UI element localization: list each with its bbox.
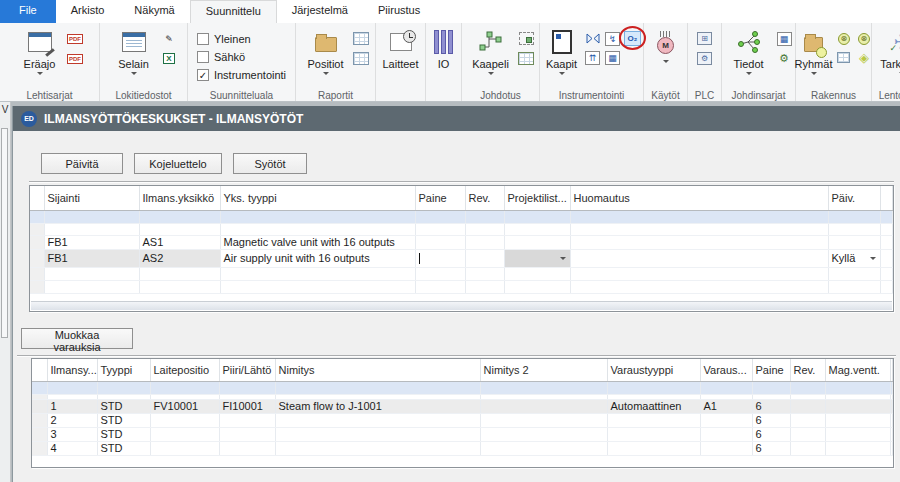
- col-piiri-lahto[interactable]: Piiri/Lähtö: [219, 359, 275, 381]
- cell-projektilist-dropdown[interactable]: [504, 249, 570, 267]
- tab-jarjestelma[interactable]: Järjestelmä: [277, 0, 363, 23]
- tab-arkisto[interactable]: Arkisto: [56, 0, 120, 23]
- cable-mat-button[interactable]: [518, 51, 535, 66]
- checkbox-yleinen[interactable]: Yleinen: [197, 31, 286, 48]
- arrows-up-button[interactable]: ⇈: [584, 50, 601, 65]
- pdf-settings-button[interactable]: PDF: [67, 51, 84, 66]
- col-yks-tyyppi[interactable]: Yks. tyyppi: [220, 186, 415, 210]
- lightning-doc-button[interactable]: ↯: [604, 31, 621, 46]
- tab-file[interactable]: File: [0, 0, 56, 23]
- cell-yksikko[interactable]: AS2: [139, 249, 220, 267]
- col-varaustyyppi[interactable]: Varaustyyppi: [607, 359, 700, 381]
- group-label-johdinsarjat: Johdinsarjat: [722, 90, 795, 101]
- kojeluettelo-button[interactable]: Kojeluettelo: [134, 153, 222, 174]
- circle-x-button[interactable]: ⊗: [855, 31, 872, 46]
- col-projektilist[interactable]: Projektilist...: [504, 186, 570, 210]
- col-rev[interactable]: Rev.: [465, 186, 504, 210]
- plc-gear-icon: ⚙: [697, 52, 712, 65]
- col-ilmans-yksikko[interactable]: Ilmans.yksikkö: [139, 186, 220, 210]
- table-row[interactable]: 2 STD 6: [32, 413, 893, 427]
- col-paine[interactable]: Paine: [415, 186, 465, 210]
- cell-yksikko[interactable]: AS1: [139, 235, 220, 249]
- grid-cell-button[interactable]: [835, 50, 852, 65]
- units-grid[interactable]: Sijainti Ilmans.yksikkö Yks. tyyppi Pain…: [30, 186, 893, 294]
- paivita-button[interactable]: Päivitä: [41, 153, 123, 174]
- kaapit-button[interactable]: Kaapit: [542, 26, 581, 88]
- horizontal-scrollbar[interactable]: [31, 301, 892, 310]
- checkbox-sahko[interactable]: Sähkö: [197, 49, 286, 66]
- pdf-report-button[interactable]: PDF: [67, 31, 84, 46]
- io-button[interactable]: IO: [429, 26, 459, 88]
- plc-config-button[interactable]: ⚙: [696, 51, 713, 66]
- harness-picture-button[interactable]: ▦: [776, 31, 793, 46]
- col-mag-ventt[interactable]: Mag.ventt.: [825, 359, 890, 381]
- picture-doc-button[interactable]: ▦: [604, 50, 621, 65]
- browser-log-icon: [122, 32, 146, 52]
- valve-button[interactable]: [584, 31, 601, 46]
- col-paiv[interactable]: Päiv.: [828, 186, 880, 210]
- col-paine[interactable]: Paine: [752, 359, 790, 381]
- col-nimitys2[interactable]: Nimitys 2: [480, 359, 607, 381]
- tab-piirustus[interactable]: Piirustus: [363, 0, 435, 23]
- gear-green-icon: ⚙: [779, 52, 789, 65]
- tab-nakyma[interactable]: Näkymä: [119, 0, 189, 23]
- cell-paine-editor[interactable]: [415, 249, 465, 267]
- table-row[interactable]: 3 STD 6: [32, 427, 893, 441]
- table-row-current[interactable]: 1 STD FV10001 FI10001 Steam flow to J-10…: [32, 399, 893, 413]
- plc-io-button[interactable]: ⊞: [696, 31, 713, 46]
- diamond-button[interactable]: ◈: [855, 50, 872, 65]
- ribbon: Eräajo PDF PDF Lehtisarjat Selain ✎ X Lo…: [0, 23, 900, 102]
- col-nimitys[interactable]: Nimitys: [275, 359, 480, 381]
- cell-tyyppi-editor[interactable]: Air supply unit with 16 outputs: [220, 249, 415, 267]
- cable-select-button[interactable]: [518, 31, 535, 46]
- add-x-button[interactable]: ⊗: [835, 31, 852, 46]
- col-sijainti[interactable]: Sijainti: [44, 186, 139, 210]
- ryhmat-button[interactable]: Ryhmät: [795, 26, 833, 88]
- cell-huomautus-editor[interactable]: [570, 249, 828, 267]
- tiedot-button[interactable]: Tiedot: [725, 26, 773, 88]
- harness-settings-button[interactable]: ⚙: [776, 51, 793, 66]
- checkbox-instrumentointi[interactable]: ✓ Instrumentointi: [197, 67, 286, 84]
- kaapeli-button[interactable]: Kaapeli: [467, 26, 515, 88]
- tarkistus-button[interactable]: ✈ Tarkistus: [874, 26, 900, 88]
- cell-sijainti[interactable]: FB1: [44, 235, 139, 249]
- excel-icon: X: [163, 53, 174, 65]
- muokkaa-varauksia-button[interactable]: Muokkaa varauksia: [21, 328, 133, 349]
- tab-suunnittelu[interactable]: Suunnittelu: [190, 0, 277, 23]
- collapsed-panel-strip[interactable]: V: [0, 102, 11, 482]
- col-ilmansy[interactable]: Ilmansy...: [47, 359, 97, 381]
- filter-row[interactable]: [32, 381, 893, 394]
- laitteet-button[interactable]: Laitteet: [378, 26, 423, 88]
- empty-row[interactable]: [30, 267, 893, 280]
- kaytot-button[interactable]: M: [648, 26, 684, 88]
- window-title-bar[interactable]: ED ILMANSYÖTTÖKESKUKSET - ILMANSYÖTÖT: [13, 106, 900, 131]
- ribbon-group-io: IO: [426, 23, 462, 101]
- table-settings-button[interactable]: [353, 51, 370, 66]
- col-laitepositio[interactable]: Laitepositio: [150, 359, 219, 381]
- export-excel-button[interactable]: X: [161, 51, 178, 66]
- cell-sijainti[interactable]: FB1: [44, 249, 139, 267]
- table-row-selected[interactable]: FB1 AS2 Air supply unit with 16 outputs …: [30, 249, 893, 267]
- selain-button[interactable]: Selain: [110, 26, 158, 88]
- cell-paiv-dropdown[interactable]: Kyllä: [828, 249, 880, 267]
- air-supply-o2-button[interactable]: O₂: [624, 31, 641, 46]
- col-huomautus[interactable]: Huomautus: [570, 186, 828, 210]
- col-rev[interactable]: Rev.: [790, 359, 825, 381]
- eraajo-button[interactable]: Eräajo: [16, 26, 64, 88]
- ribbon-group-rakennus: Ryhmät ⊗ ⊗ ◈ Rakennus: [796, 23, 872, 101]
- edit-log-button[interactable]: ✎: [161, 31, 178, 46]
- cell-rev-editor[interactable]: [465, 249, 504, 267]
- table-report-button[interactable]: [353, 31, 370, 46]
- syotot-button[interactable]: Syötöt: [233, 153, 307, 174]
- reservations-grid[interactable]: Ilmansy... Tyyppi Laitepositio Piiri/Läh…: [32, 359, 893, 456]
- positiot-button[interactable]: Positiot: [302, 26, 350, 88]
- side-tab-handle[interactable]: [1, 128, 8, 338]
- col-varaus[interactable]: Varaus...: [700, 359, 752, 381]
- table-row[interactable]: 4 STD 6: [32, 441, 893, 455]
- ribbon-group-raportit: Positiot Raportit: [296, 23, 376, 101]
- cell-tyyppi[interactable]: Magnetic valve unit with 16 outputs: [220, 235, 415, 249]
- empty-row[interactable]: [30, 280, 893, 293]
- filter-row[interactable]: [30, 210, 893, 223]
- col-tyyppi[interactable]: Tyyppi: [97, 359, 150, 381]
- table-row[interactable]: FB1 AS1 Magnetic valve unit with 16 outp…: [30, 235, 893, 249]
